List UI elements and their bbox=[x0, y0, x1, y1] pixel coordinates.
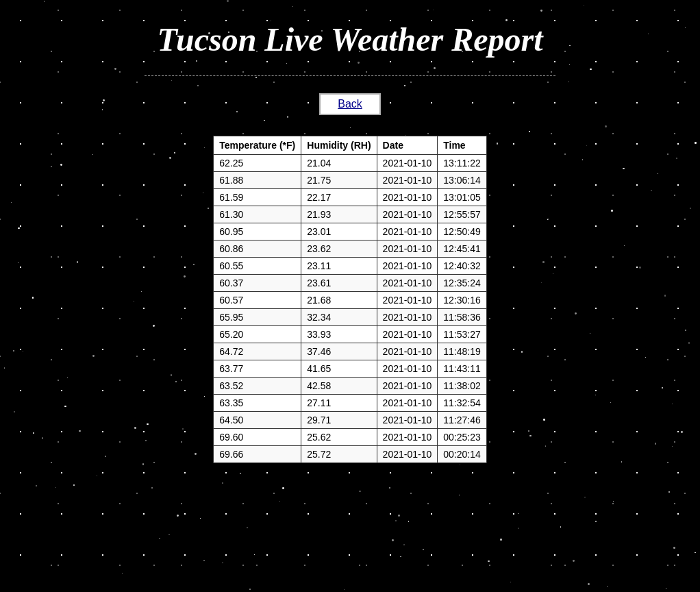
table-cell: 12:35:24 bbox=[438, 275, 487, 292]
table-cell: 65.20 bbox=[214, 326, 301, 343]
table-cell: 13:06:14 bbox=[438, 172, 487, 189]
table-cell: 69.66 bbox=[214, 446, 301, 463]
table-cell: 22.17 bbox=[301, 189, 377, 206]
table-row: 60.5721.682021-01-1012:30:16 bbox=[214, 292, 486, 309]
table-header: Temperature (*F) Humidity (RH) Date Time bbox=[214, 136, 486, 155]
table-cell: 64.72 bbox=[214, 343, 301, 360]
table-cell: 23.01 bbox=[301, 223, 377, 241]
table-cell: 2021-01-10 bbox=[377, 258, 438, 275]
table-cell: 2021-01-10 bbox=[377, 155, 438, 172]
table-row: 69.6625.722021-01-1000:20:14 bbox=[214, 446, 486, 463]
table-cell: 2021-01-10 bbox=[377, 343, 438, 360]
table-cell: 11:32:54 bbox=[438, 395, 487, 412]
table-cell: 2021-01-10 bbox=[377, 172, 438, 189]
table-cell: 23.61 bbox=[301, 275, 377, 292]
table-cell: 2021-01-10 bbox=[377, 412, 438, 429]
table-cell: 63.35 bbox=[214, 395, 301, 412]
table-cell: 2021-01-10 bbox=[377, 429, 438, 446]
table-cell: 62.25 bbox=[214, 155, 301, 172]
table-cell: 12:50:49 bbox=[438, 223, 487, 241]
table-row: 60.9523.012021-01-1012:50:49 bbox=[214, 223, 486, 241]
col-header-time: Time bbox=[438, 136, 487, 155]
table-cell: 61.59 bbox=[214, 189, 301, 206]
table-cell: 11:58:36 bbox=[438, 309, 487, 326]
back-button[interactable]: Back bbox=[319, 93, 381, 115]
table-cell: 2021-01-10 bbox=[377, 206, 438, 223]
table-row: 63.7741.652021-01-1011:43:11 bbox=[214, 360, 486, 378]
divider bbox=[145, 75, 555, 76]
table-row: 65.2033.932021-01-1011:53:27 bbox=[214, 326, 486, 343]
table-cell: 2021-01-10 bbox=[377, 378, 438, 395]
table-cell: 12:40:32 bbox=[438, 258, 487, 275]
col-header-temperature: Temperature (*F) bbox=[214, 136, 301, 155]
table-row: 60.5523.112021-01-1012:40:32 bbox=[214, 258, 486, 275]
table-cell: 60.95 bbox=[214, 223, 301, 241]
table-cell: 2021-01-10 bbox=[377, 241, 438, 258]
table-cell: 2021-01-10 bbox=[377, 223, 438, 241]
table-row: 63.3527.112021-01-1011:32:54 bbox=[214, 395, 486, 412]
header-row: Temperature (*F) Humidity (RH) Date Time bbox=[214, 136, 486, 155]
table-cell: 2021-01-10 bbox=[377, 309, 438, 326]
page-wrapper: Tucson Live Weather Report Back Temperat… bbox=[0, 0, 700, 477]
table-row: 60.3723.612021-01-1012:35:24 bbox=[214, 275, 486, 292]
weather-data-table: Temperature (*F) Humidity (RH) Date Time… bbox=[213, 136, 486, 463]
table-cell: 13:11:22 bbox=[438, 155, 487, 172]
table-cell: 12:55:57 bbox=[438, 206, 487, 223]
table-cell: 11:43:11 bbox=[438, 360, 487, 378]
table-row: 64.5029.712021-01-1011:27:46 bbox=[214, 412, 486, 429]
table-cell: 11:27:46 bbox=[438, 412, 487, 429]
table-body: 62.2521.042021-01-1013:11:2261.8821.7520… bbox=[214, 155, 486, 463]
table-cell: 60.37 bbox=[214, 275, 301, 292]
table-cell: 00:25:23 bbox=[438, 429, 487, 446]
back-button-container: Back bbox=[319, 93, 381, 115]
table-row: 62.2521.042021-01-1013:11:22 bbox=[214, 155, 486, 172]
table-cell: 12:45:41 bbox=[438, 241, 487, 258]
table-cell: 11:38:02 bbox=[438, 378, 487, 395]
table-row: 61.5922.172021-01-1013:01:05 bbox=[214, 189, 486, 206]
table-cell: 27.11 bbox=[301, 395, 377, 412]
table-cell: 11:48:19 bbox=[438, 343, 487, 360]
table-cell: 29.71 bbox=[301, 412, 377, 429]
table-cell: 21.04 bbox=[301, 155, 377, 172]
table-cell: 2021-01-10 bbox=[377, 326, 438, 343]
table-cell: 69.60 bbox=[214, 429, 301, 446]
table-cell: 2021-01-10 bbox=[377, 360, 438, 378]
table-cell: 61.30 bbox=[214, 206, 301, 223]
table-cell: 2021-01-10 bbox=[377, 395, 438, 412]
table-cell: 65.95 bbox=[214, 309, 301, 326]
table-cell: 64.50 bbox=[214, 412, 301, 429]
table-row: 65.9532.342021-01-1011:58:36 bbox=[214, 309, 486, 326]
table-row: 60.8623.622021-01-1012:45:41 bbox=[214, 241, 486, 258]
table-row: 61.8821.752021-01-1013:06:14 bbox=[214, 172, 486, 189]
table-cell: 61.88 bbox=[214, 172, 301, 189]
table-cell: 21.75 bbox=[301, 172, 377, 189]
col-header-date: Date bbox=[377, 136, 438, 155]
table-cell: 12:30:16 bbox=[438, 292, 487, 309]
table-cell: 23.62 bbox=[301, 241, 377, 258]
col-header-humidity: Humidity (RH) bbox=[301, 136, 377, 155]
table-row: 61.3021.932021-01-1012:55:57 bbox=[214, 206, 486, 223]
table-cell: 33.93 bbox=[301, 326, 377, 343]
table-cell: 41.65 bbox=[301, 360, 377, 378]
table-cell: 2021-01-10 bbox=[377, 446, 438, 463]
table-cell: 60.86 bbox=[214, 241, 301, 258]
table-cell: 2021-01-10 bbox=[377, 275, 438, 292]
table-cell: 23.11 bbox=[301, 258, 377, 275]
table-cell: 42.58 bbox=[301, 378, 377, 395]
table-cell: 21.93 bbox=[301, 206, 377, 223]
table-cell: 00:20:14 bbox=[438, 446, 487, 463]
table-cell: 63.77 bbox=[214, 360, 301, 378]
table-cell: 32.34 bbox=[301, 309, 377, 326]
table-cell: 2021-01-10 bbox=[377, 292, 438, 309]
table-cell: 13:01:05 bbox=[438, 189, 487, 206]
table-row: 64.7237.462021-01-1011:48:19 bbox=[214, 343, 486, 360]
table-cell: 63.52 bbox=[214, 378, 301, 395]
page-title: Tucson Live Weather Report bbox=[157, 21, 542, 58]
table-cell: 60.55 bbox=[214, 258, 301, 275]
table-cell: 21.68 bbox=[301, 292, 377, 309]
table-cell: 25.62 bbox=[301, 429, 377, 446]
table-cell: 60.57 bbox=[214, 292, 301, 309]
table-row: 69.6025.622021-01-1000:25:23 bbox=[214, 429, 486, 446]
table-cell: 37.46 bbox=[301, 343, 377, 360]
table-cell: 25.72 bbox=[301, 446, 377, 463]
